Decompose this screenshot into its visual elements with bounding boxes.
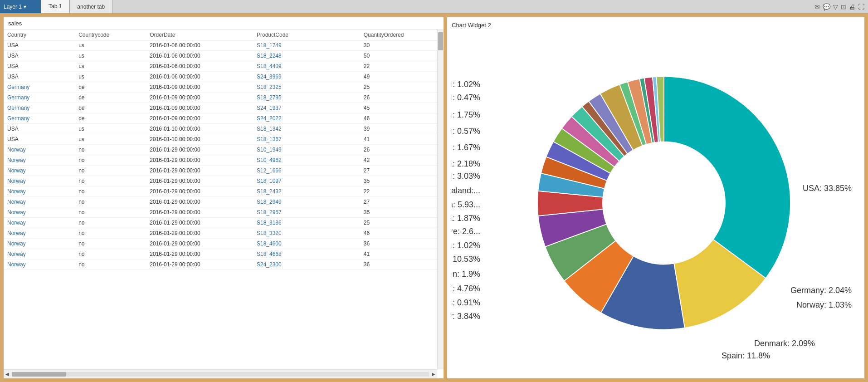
cell-country[interactable]: Norway <box>4 207 75 218</box>
table-row: Germany de 2016-01-09 00:00:00 S24_1937 … <box>4 103 437 113</box>
settings-icon[interactable]: ⊡ <box>841 3 846 10</box>
table-row: Norway no 2016-01-29 00:00:00 S18_4600 3… <box>4 239 437 249</box>
cell-date: 2016-01-09 00:00:00 <box>146 103 253 113</box>
cell-country[interactable]: Germany <box>4 82 75 93</box>
cell-product[interactable]: S24_2300 <box>253 260 360 270</box>
cell-qty: 27 <box>360 166 437 176</box>
cell-country[interactable]: Germany <box>4 113 75 124</box>
cell-country[interactable]: Norway <box>4 145 75 155</box>
chart-label-right: Denmark: 2.09% <box>754 339 815 348</box>
horizontal-scrollbar[interactable]: ◀ ▶ <box>4 369 437 378</box>
cell-country[interactable]: Norway <box>4 249 75 260</box>
cell-qty: 35 <box>360 207 437 218</box>
cell-product[interactable]: S10_1949 <box>253 145 360 155</box>
table-row: Germany de 2016-01-09 00:00:00 S18_2795 … <box>4 93 437 103</box>
cell-date: 2016-01-09 00:00:00 <box>146 113 253 124</box>
cell-product[interactable]: S10_4962 <box>253 155 360 166</box>
chart-label-left: Canada: 2.18% <box>452 159 480 168</box>
cell-country[interactable]: Norway <box>4 260 75 270</box>
cell-product[interactable]: S18_2957 <box>253 207 360 218</box>
cell-country[interactable]: Norway <box>4 155 75 166</box>
table-row: Norway no 2016-01-29 00:00:00 S18_2957 3… <box>4 207 437 218</box>
email-icon[interactable]: ✉ <box>814 3 820 10</box>
cell-product[interactable]: S18_1342 <box>253 124 360 134</box>
vertical-scrollbar[interactable] <box>437 30 444 369</box>
cell-product[interactable]: S12_1666 <box>253 166 360 176</box>
table-row: Norway no 2016-01-29 00:00:00 S18_3320 4… <box>4 228 437 239</box>
chart-label-left: Ireland: 0.47% <box>452 93 480 102</box>
cell-code: de <box>75 93 146 103</box>
cell-country: USA <box>4 134 75 145</box>
cell-code: de <box>75 82 146 93</box>
scroll-right-btn[interactable]: ▶ <box>430 372 437 377</box>
cell-country[interactable]: Norway <box>4 186 75 197</box>
scroll-track-h[interactable] <box>12 372 429 377</box>
chart-label-left: New Zealand:... <box>452 186 480 195</box>
cell-country[interactable]: Norway <box>4 176 75 186</box>
fullscreen-icon[interactable]: ⛶ <box>858 3 864 10</box>
cell-product[interactable]: S18_3320 <box>253 228 360 239</box>
layer-dropdown[interactable]: Layer 1 ▾ <box>0 0 41 13</box>
cell-country[interactable]: Norway <box>4 166 75 176</box>
cell-qty: 39 <box>360 124 437 134</box>
tab-1[interactable]: Tab 1 <box>41 0 69 13</box>
cell-product[interactable]: S18_2795 <box>253 93 360 103</box>
cell-qty: 25 <box>360 218 437 228</box>
scroll-thumb-v[interactable] <box>438 32 443 50</box>
cell-product[interactable]: S24_1937 <box>253 103 360 113</box>
cell-code: no <box>75 145 146 155</box>
cell-product[interactable]: S18_2325 <box>253 82 360 93</box>
cell-product[interactable]: S24_3969 <box>253 72 360 82</box>
cell-qty: 45 <box>360 103 437 113</box>
table-row: Germany de 2016-01-09 00:00:00 S18_2325 … <box>4 82 437 93</box>
chart-label-left: Norway : 1.67% <box>452 143 480 152</box>
chart-container: Switzerland: 1.02%Ireland: 0.47%Japan: 1… <box>452 32 860 374</box>
cell-code: no <box>75 218 146 228</box>
cell-date: 2016-01-09 00:00:00 <box>146 82 253 93</box>
table-row: Norway no 2016-01-29 00:00:00 S24_2300 3… <box>4 260 437 270</box>
cell-product[interactable]: S18_4668 <box>253 249 360 260</box>
cell-date: 2016-01-06 00:00:00 <box>146 40 253 51</box>
cell-product[interactable]: S24_2022 <box>253 113 360 124</box>
chart-label-left: Switzerland: 1.02% <box>452 80 480 89</box>
cell-country[interactable]: Germany <box>4 93 75 103</box>
cell-product[interactable]: S18_2432 <box>253 186 360 197</box>
cell-date: 2016-01-10 00:00:00 <box>146 134 253 145</box>
cell-qty: 36 <box>360 239 437 249</box>
filter-icon[interactable]: ▽ <box>833 3 838 10</box>
donut-chart-svg: Switzerland: 1.02%Ireland: 0.47%Japan: 1… <box>452 32 860 374</box>
cell-product[interactable]: S18_4409 <box>253 61 360 72</box>
cell-country: USA <box>4 40 75 51</box>
scroll-left-btn[interactable]: ◀ <box>4 372 11 377</box>
tab-another[interactable]: another tab <box>69 0 112 13</box>
cell-country[interactable]: Norway <box>4 228 75 239</box>
cell-product[interactable]: S18_4600 <box>253 239 360 249</box>
cell-qty: 25 <box>360 82 437 93</box>
cell-country: USA <box>4 124 75 134</box>
cell-country[interactable]: Norway <box>4 218 75 228</box>
cell-country[interactable]: Germany <box>4 103 75 113</box>
cell-product[interactable]: S18_1367 <box>253 134 360 145</box>
cell-code: no <box>75 166 146 176</box>
cell-date: 2016-01-29 00:00:00 <box>146 145 253 155</box>
table-wrapper[interactable]: Country Countrycode OrderDate ProductCod… <box>4 30 444 378</box>
cell-date: 2016-01-29 00:00:00 <box>146 207 253 218</box>
cell-product[interactable]: S18_2949 <box>253 197 360 207</box>
cell-product[interactable]: S18_1097 <box>253 176 360 186</box>
cell-qty: 36 <box>360 260 437 270</box>
cell-code: no <box>75 239 146 249</box>
table-row: Norway no 2016-01-29 00:00:00 S18_4668 4… <box>4 249 437 260</box>
cell-product[interactable]: S18_2248 <box>253 51 360 61</box>
chat-icon[interactable]: 💬 <box>823 3 830 10</box>
cell-product[interactable]: S18_3136 <box>253 218 360 228</box>
scroll-thumb-h[interactable] <box>12 372 66 377</box>
cell-code: no <box>75 176 146 186</box>
cell-country[interactable]: Norway <box>4 197 75 207</box>
table-row: Norway no 2016-01-29 00:00:00 S18_2949 2… <box>4 197 437 207</box>
print-icon[interactable]: 🖨 <box>849 3 855 10</box>
cell-country[interactable]: Norway <box>4 239 75 249</box>
cell-qty: 42 <box>360 155 437 166</box>
cell-code: us <box>75 61 146 72</box>
chart-label-left: Hong Kong: 0.57% <box>452 127 480 136</box>
cell-product[interactable]: S18_1749 <box>253 40 360 51</box>
